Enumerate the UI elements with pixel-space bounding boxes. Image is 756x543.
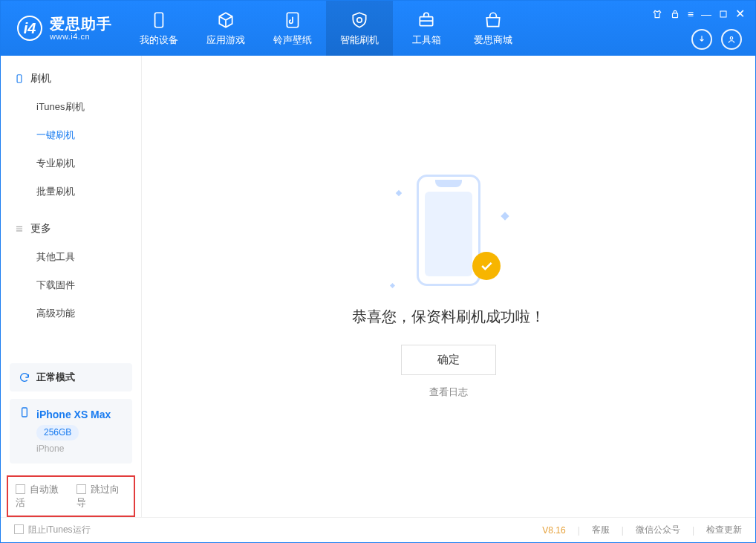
nav-label: 铃声壁纸 [273, 33, 312, 47]
user-button[interactable] [721, 29, 742, 50]
device-panel: 正常模式 iPhone XS Max 256GB iPhone [1, 356, 141, 469]
device-type: iPhone [36, 442, 111, 456]
confirm-button[interactable]: 确定 [401, 345, 496, 375]
device-icon [149, 10, 169, 30]
sidebar-item-label: 专业刷机 [36, 157, 75, 169]
phone-illustration-icon [417, 175, 480, 286]
middle: 刷机 iTunes刷机 一键刷机 专业刷机 批量刷机 更多 其他工具 下载固件 … [1, 56, 755, 517]
sidebar-item-other-tools[interactable]: 其他工具 [1, 243, 141, 271]
app-name: 爱思助手 [50, 16, 112, 32]
refresh-icon [19, 371, 30, 383]
nav-label: 工具箱 [412, 33, 441, 47]
list-icon [14, 224, 25, 234]
app-site: www.i4.cn [50, 32, 112, 41]
nav-label: 爱思商城 [474, 33, 512, 47]
options-highlight-box: 自动激活 跳过向导 [7, 475, 135, 517]
shield-refresh-icon [350, 10, 369, 30]
device-info-panel[interactable]: iPhone XS Max 256GB iPhone [10, 399, 132, 464]
cube-icon [216, 10, 235, 30]
nav-label: 应用游戏 [206, 33, 245, 47]
version-label: V8.16 [542, 525, 565, 536]
maximize-icon[interactable] [719, 10, 728, 19]
sidebar-section-more[interactable]: 更多 [1, 215, 141, 243]
shirt-icon[interactable] [652, 9, 662, 19]
phone-icon [14, 74, 25, 84]
music-file-icon [283, 10, 302, 30]
mode-label: 正常模式 [36, 371, 75, 384]
nav-my-device[interactable]: 我的设备 [126, 1, 192, 56]
nav-toolbox[interactable]: 工具箱 [393, 1, 460, 56]
svg-rect-7 [22, 408, 27, 417]
sidebar-item-advanced[interactable]: 高级功能 [1, 299, 141, 328]
footer-link-service[interactable]: 客服 [592, 524, 610, 536]
logo-icon: i4 [17, 16, 42, 41]
checkbox-icon [14, 524, 24, 534]
success-illustration [389, 175, 508, 293]
sidebar-item-pro-flash[interactable]: 专业刷机 [1, 149, 141, 178]
view-log-link[interactable]: 查看日志 [429, 386, 468, 397]
nav-label: 智能刷机 [340, 33, 379, 47]
sidebar-item-batch-flash[interactable]: 批量刷机 [1, 178, 141, 206]
sidebar-title-label: 更多 [30, 222, 51, 235]
sidebar-item-oneclick-flash[interactable]: 一键刷机 [1, 121, 141, 149]
nav-apps-games[interactable]: 应用游戏 [192, 1, 259, 56]
menu-icon[interactable]: ≡ [688, 8, 694, 20]
sidebar-item-label: iTunes刷机 [36, 101, 85, 112]
device-name: iPhone XS Max [36, 406, 111, 423]
svg-rect-6 [17, 75, 22, 83]
sidebar-item-label: 其他工具 [36, 251, 75, 262]
svg-rect-4 [720, 11, 726, 17]
checkbox-skip-guide[interactable]: 跳过向导 [76, 483, 127, 510]
mode-panel[interactable]: 正常模式 [10, 363, 132, 391]
storage-badge: 256GB [36, 425, 79, 440]
nav-store[interactable]: 爱思商城 [460, 1, 527, 56]
sidebar-item-label: 一键刷机 [36, 129, 75, 140]
lock-icon[interactable] [670, 9, 680, 19]
user-icon [726, 34, 737, 45]
minimize-icon[interactable]: — [701, 8, 711, 20]
sidebar: 刷机 iTunes刷机 一键刷机 专业刷机 批量刷机 更多 其他工具 下载固件 … [1, 56, 142, 517]
checkbox-icon [16, 484, 25, 494]
sidebar-item-label: 高级功能 [36, 308, 75, 319]
download-button[interactable] [691, 29, 712, 50]
window-controls: ≡ — ✕ [652, 7, 745, 21]
footer-link-wechat[interactable]: 微信公众号 [636, 524, 680, 536]
top-nav: 我的设备 应用游戏 铃声壁纸 智能刷机 工具箱 [126, 1, 527, 56]
footer: 阻止iTunes运行 V8.16 | 客服 | 微信公众号 | 检查更新 [1, 517, 755, 542]
store-icon [483, 10, 503, 30]
success-message: 恭喜您，保资料刷机成功啦！ [352, 307, 545, 327]
sidebar-item-label: 下载固件 [36, 279, 75, 290]
main-content: 恭喜您，保资料刷机成功啦！ 确定 查看日志 [142, 56, 755, 517]
sidebar-item-download-firmware[interactable]: 下载固件 [1, 271, 141, 299]
checkbox-auto-activate[interactable]: 自动激活 [16, 483, 66, 510]
confirm-label: 确定 [437, 353, 460, 365]
nav-ringtone-wallpaper[interactable]: 铃声壁纸 [259, 1, 326, 56]
header: i4 爱思助手 www.i4.cn 我的设备 应用游戏 铃声壁纸 [1, 1, 755, 56]
sidebar-section-flash[interactable]: 刷机 [1, 65, 141, 93]
checkbox-block-itunes[interactable]: 阻止iTunes运行 [14, 524, 91, 536]
nav-flash[interactable]: 智能刷机 [326, 1, 393, 56]
checkbox-label: 阻止iTunes运行 [28, 524, 91, 535]
download-icon [697, 34, 707, 45]
close-icon[interactable]: ✕ [735, 7, 745, 21]
svg-rect-3 [672, 13, 677, 17]
logo: i4 爱思助手 www.i4.cn [1, 1, 126, 56]
nav-label: 我的设备 [140, 33, 178, 47]
sidebar-item-label: 批量刷机 [36, 186, 75, 197]
check-badge-icon [472, 252, 501, 280]
footer-link-update[interactable]: 检查更新 [706, 524, 742, 536]
sidebar-title-label: 刷机 [30, 72, 51, 85]
checkbox-icon [76, 484, 86, 494]
sidebar-item-itunes-flash[interactable]: iTunes刷机 [1, 93, 141, 121]
svg-rect-0 [155, 13, 163, 27]
phone-icon [19, 406, 30, 418]
svg-point-5 [730, 37, 733, 40]
toolbox-icon [417, 10, 436, 30]
